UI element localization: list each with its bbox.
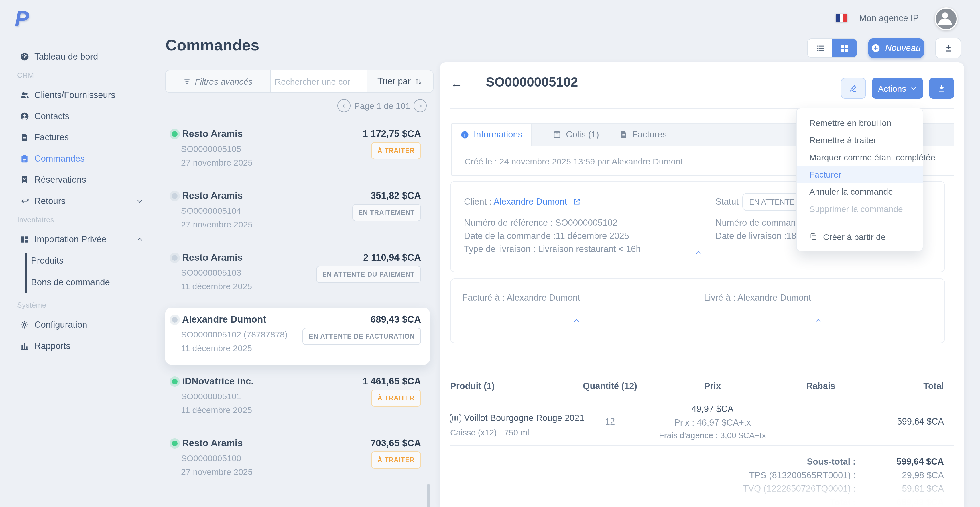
tab-factures[interactable]: Factures [612, 124, 675, 145]
language-flag-icon[interactable] [836, 14, 847, 22]
discount-cell: -- [818, 416, 824, 427]
addresses-card: Facturé à : Alexandre Dumont Livré à : A… [450, 278, 945, 343]
advanced-filters-button[interactable]: Filtres avancés [165, 70, 271, 92]
info-icon [460, 130, 469, 139]
download-icon [937, 84, 946, 93]
edit-button[interactable] [841, 78, 866, 99]
order-date: 27 novembre 2025 [181, 158, 253, 167]
order-client: Resto Aramis [182, 438, 243, 448]
sidebar-item-label: Importation Privée [34, 234, 107, 244]
tab-colis[interactable]: Colis (1) [540, 124, 612, 145]
sort-button[interactable]: Trier par [367, 70, 433, 92]
sidebar-item-orders[interactable]: Commandes [0, 148, 159, 169]
grid-view-button[interactable] [832, 39, 857, 57]
bottom-fade [440, 475, 964, 507]
order-client: Resto Aramis [182, 190, 243, 201]
filter-bar: Filtres avancés Trier par [165, 70, 434, 93]
download-icon [943, 43, 953, 53]
sidebar-item-configuration[interactable]: Configuration [0, 314, 159, 335]
sidebar-item-products[interactable]: Produits [0, 250, 159, 271]
client-row: Client : Alexandre Dumont [464, 196, 581, 207]
list-view-button[interactable] [808, 39, 832, 57]
menu-item-create-from[interactable]: Créer à partir de [797, 227, 923, 246]
price-main: 49,97 $CA [692, 404, 734, 414]
col-qty: Quantité (12) [583, 381, 637, 391]
order-card[interactable]: Resto Aramis 351,82 $CA EN TRAITEMENT SO… [165, 184, 430, 241]
divider [450, 445, 954, 446]
menu-item-draft[interactable]: Remettre en brouillon [797, 114, 923, 131]
sidebar-item-purchase-orders[interactable]: Bons de commande [0, 271, 159, 293]
menu-item-to-process[interactable]: Remettre à traiter [797, 131, 923, 148]
menu-item-invoice[interactable]: Facturer [797, 166, 923, 183]
order-card[interactable]: Resto Aramis 703,65 $CA À TRAITER SO0000… [165, 431, 430, 489]
barcode-icon [450, 414, 460, 422]
product-variant: Caisse (x12) - 750 ml [450, 428, 529, 437]
actions-dropdown: Remettre en brouillon Remettre à traiter… [796, 108, 923, 252]
page-title: Commandes [165, 37, 259, 54]
order-card[interactable]: Resto Aramis 2 110,94 $CA EN ATTENTE DU … [165, 246, 430, 303]
order-date: 11 décembre 2025 [181, 281, 252, 291]
new-order-button[interactable]: Nouveau [868, 38, 924, 58]
grid-view-icon [840, 44, 849, 53]
sidebar-item-private-import[interactable]: Importation Privée [0, 229, 159, 250]
reference-row: Numéro de référence : SO0000005102 [464, 218, 617, 228]
collapse-chevron-icon[interactable] [814, 317, 822, 324]
app-logo[interactable]: P [15, 7, 28, 31]
user-avatar[interactable] [935, 8, 958, 30]
sidebar-item-reports[interactable]: Rapports [0, 335, 159, 356]
list-scrollbar[interactable] [427, 484, 430, 507]
sidebar-item-clients[interactable]: Clients/Fournisseurs [0, 84, 159, 105]
client-link[interactable]: Alexandre Dumont [493, 196, 567, 206]
menu-item-cancel[interactable]: Annuler la commande [797, 183, 923, 200]
order-number: SO0000005102 (78787878) [181, 329, 288, 339]
status-dot [172, 317, 178, 322]
collapse-chevron-icon[interactable] [694, 249, 703, 257]
sidebar-item-label: Configuration [34, 319, 87, 330]
order-card[interactable]: iDNovatrice inc. 1 461,65 $CA À TRAITER … [165, 370, 430, 427]
actions-button[interactable]: Actions [872, 78, 923, 99]
order-card-selected[interactable]: Alexandre Dumont 689,43 $CA EN ATTENTE D… [165, 308, 430, 365]
order-client: Resto Aramis [182, 128, 243, 139]
order-number: SO0000005103 [181, 268, 241, 277]
back-button[interactable]: ← [449, 77, 464, 91]
sidebar-item-contacts[interactable]: Contacts [0, 105, 159, 127]
bar-chart-icon [20, 341, 29, 350]
sidebar-item-label: Factures [34, 132, 69, 142]
download-order-button[interactable] [929, 78, 954, 99]
collapse-chevron-icon[interactable] [572, 317, 581, 324]
order-date: 11 décembre 2025 [181, 343, 252, 353]
order-card[interactable]: Resto Aramis 1 172,75 $CA À TRAITER SO00… [165, 122, 430, 179]
next-page-button[interactable] [414, 99, 427, 112]
col-price: Prix [704, 381, 721, 391]
sidebar-item-label: Contacts [34, 111, 69, 121]
order-number: SO0000005100 [181, 453, 241, 463]
delivery-type-row: Type de livraison : Livraison restaurant… [464, 244, 641, 254]
tab-informations[interactable]: Informations [452, 124, 531, 145]
sidebar-item-dashboard[interactable]: Tableau de bord [0, 46, 159, 67]
product-name[interactable]: Voillot Bourgogne Rouge 2021 [464, 413, 584, 423]
order-client: Resto Aramis [182, 252, 243, 263]
export-button[interactable] [935, 38, 961, 59]
sidebar-section-inventory: Inventaires [0, 211, 159, 229]
status-dot [172, 131, 178, 137]
search-input[interactable] [274, 76, 364, 87]
sidebar-item-invoices[interactable]: Factures [0, 127, 159, 148]
order-amount: 1 172,75 $CA [363, 128, 421, 139]
chevron-right-icon [417, 103, 423, 108]
users-icon [20, 90, 29, 99]
status-badge: À TRAITER [371, 451, 421, 469]
order-date: 27 novembre 2025 [181, 219, 253, 229]
sidebar-item-reservations[interactable]: Réservations [0, 169, 159, 190]
billed-to: Facturé à : Alexandre Dumont [462, 293, 580, 303]
chevron-left-icon [341, 103, 347, 108]
person-icon [936, 9, 954, 27]
menu-divider [797, 222, 923, 222]
external-link-icon[interactable] [573, 198, 581, 206]
sidebar-item-returns[interactable]: Retours [0, 190, 159, 211]
agency-name[interactable]: Mon agence IP [859, 13, 919, 24]
divider [474, 78, 474, 89]
menu-item-delete[interactable]: Supprimer la commande [797, 200, 923, 217]
reservations-icon [20, 175, 29, 184]
menu-item-complete[interactable]: Marquer comme étant complétée [797, 148, 923, 166]
prev-page-button[interactable] [338, 99, 351, 112]
